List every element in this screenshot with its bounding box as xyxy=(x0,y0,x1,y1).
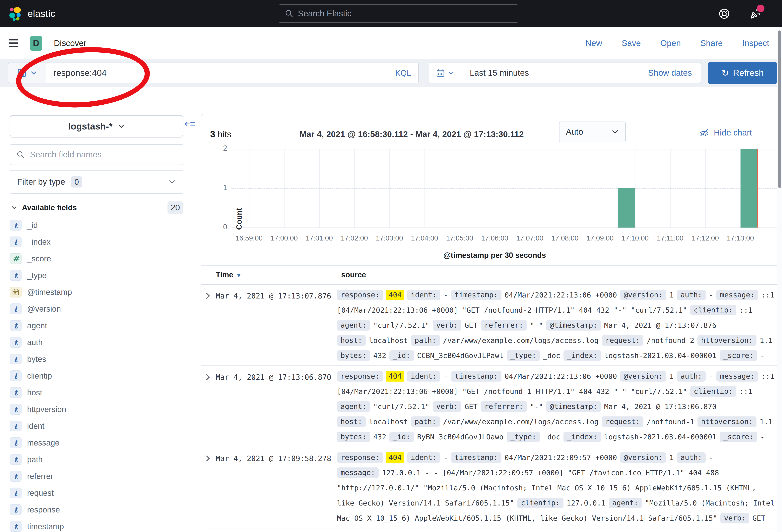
source-field-pill: agent: xyxy=(337,401,370,412)
scrollbar-thumb[interactable] xyxy=(778,31,781,188)
field-item-host[interactable]: thost xyxy=(10,384,189,401)
source-field-pill: _type: xyxy=(507,431,540,442)
global-search-input[interactable]: Search Elastic xyxy=(279,4,518,23)
source-field-pill: response: xyxy=(337,452,383,463)
calendar-icon xyxy=(436,68,445,77)
field-name: ident xyxy=(27,422,44,430)
y-gridline xyxy=(232,149,777,149)
top-menu-inspect[interactable]: Inspect xyxy=(742,38,769,48)
calendar-icon xyxy=(12,288,20,296)
doc-source-line: "http://127.0.0.1/" "Mozilla/5.0 (Macint… xyxy=(337,480,774,495)
source-field-pill: _index: xyxy=(564,431,601,442)
refresh-button[interactable]: ↻ Refresh xyxy=(708,62,777,84)
top-menu-save[interactable]: Save xyxy=(622,38,641,48)
field-item-index[interactable]: t_index xyxy=(10,233,189,250)
expand-row-icon[interactable] xyxy=(204,455,210,461)
discover-app-badge[interactable]: D xyxy=(30,36,42,51)
field-item-ident[interactable]: tident xyxy=(10,418,189,434)
field-name: _type xyxy=(27,271,47,280)
help-button[interactable] xyxy=(718,8,730,20)
field-item-type[interactable]: t_type xyxy=(10,267,189,284)
source-field-pill: path: xyxy=(411,335,440,346)
field-item-auth[interactable]: tauth xyxy=(10,334,189,351)
field-item-response[interactable]: tresponse xyxy=(10,501,189,518)
source-field-pill: response: xyxy=(337,371,383,382)
source-text: "curl/7.52.1" xyxy=(373,321,429,329)
doc-source-line: bytes:432_id:ByBN_3cB04dGovJLOawo_type:_… xyxy=(337,429,774,444)
date-quick-menu-button[interactable] xyxy=(429,63,461,83)
doc-source: response:404ident:-timestamp:04/Mar/2021… xyxy=(337,366,774,444)
doc-source-line: response:404ident:-timestamp:04/Mar/2021… xyxy=(337,369,774,384)
source-field-pill: response: xyxy=(337,290,383,300)
doc-timestamp: Mar 4, 2021 @ 17:13:06.870 xyxy=(216,373,331,382)
saved-query-icon xyxy=(17,68,27,78)
histogram-bar[interactable] xyxy=(741,149,757,228)
histogram-bar[interactable] xyxy=(618,188,635,228)
source-field-pill: auth: xyxy=(677,371,706,382)
field-item-version[interactable]: t@version xyxy=(10,301,189,317)
doc-source-line: host:localhostpath:/var/www/example.com/… xyxy=(337,414,774,429)
menu-button[interactable] xyxy=(9,39,19,47)
source-text: /var/www/example.com/logs/access.log xyxy=(443,418,599,426)
whats-new-button[interactable] xyxy=(749,8,761,20)
interval-select[interactable]: Auto xyxy=(559,121,626,142)
source-text: - xyxy=(443,291,448,299)
field-item-bytes[interactable]: tbytes xyxy=(10,351,189,368)
source-field-pill: _id: xyxy=(389,431,414,442)
source-field-pill: timestamp: xyxy=(451,290,501,300)
source-field-pill: ident: xyxy=(407,290,440,300)
field-list: t_idt_index#_scoret_type@timestampt@vers… xyxy=(10,217,189,532)
global-header: elastic Search Elastic xyxy=(0,0,782,27)
chevron-down-icon xyxy=(448,70,454,76)
field-item-timestamp[interactable]: @timestamp xyxy=(10,284,189,301)
query-language-button[interactable]: KQL xyxy=(395,69,411,77)
collapse-sidebar-button[interactable] xyxy=(185,118,196,129)
field-item-request[interactable]: trequest xyxy=(10,485,189,501)
expand-row-icon[interactable] xyxy=(204,374,210,380)
top-menu-open[interactable]: Open xyxy=(661,38,681,48)
top-menu-new[interactable]: New xyxy=(585,38,602,48)
source-text: logstash-2021.03.04-000001 xyxy=(604,351,717,359)
filter-by-type-select[interactable]: Filter by type 0 xyxy=(10,170,183,194)
available-fields-toggle[interactable]: Available fields 20 xyxy=(11,200,183,215)
field-item-referrer[interactable]: treferrer xyxy=(10,468,189,485)
hide-chart-button[interactable]: Hide chart xyxy=(699,127,752,138)
source-text: GET xyxy=(752,514,766,522)
source-text: 04/Mar/2021:22:13:06 +0000 xyxy=(505,372,617,380)
show-dates-link[interactable]: Show dates xyxy=(648,68,701,78)
field-item-clientip[interactable]: tclientip xyxy=(10,368,189,384)
elastic-logo[interactable]: elastic xyxy=(9,7,56,21)
field-item-score[interactable]: #_score xyxy=(10,250,189,267)
column-header-time[interactable]: Time▼ xyxy=(216,271,242,279)
source-field-pill: message: xyxy=(716,290,758,300)
source-field-pill: verb: xyxy=(433,401,461,412)
saved-query-menu-button[interactable] xyxy=(8,63,46,83)
refresh-icon: ↻ xyxy=(721,68,729,77)
available-fields-label: Available fields xyxy=(22,203,77,212)
page-scrollbar[interactable] xyxy=(777,27,782,532)
field-search-input[interactable]: Search field names xyxy=(10,144,183,165)
date-picker: Last 15 minutes Show dates xyxy=(429,63,701,83)
field-item-message[interactable]: tmessage xyxy=(10,434,189,451)
query-text: response:404 xyxy=(54,68,107,78)
field-name: clientip xyxy=(27,371,52,380)
field-type-string-icon: t xyxy=(10,404,22,415)
source-text: Mar 4, 2021 @ 17:13:07.876 xyxy=(604,321,717,329)
index-pattern-selector[interactable]: logstash-* xyxy=(10,115,183,138)
top-menu-share[interactable]: Share xyxy=(701,38,723,48)
field-item-id[interactable]: t_id xyxy=(10,217,189,233)
source-field-pill: _id: xyxy=(389,350,414,361)
field-item-httpversion[interactable]: thttpversion xyxy=(10,401,189,418)
field-item-timestamp[interactable]: ttimestamp xyxy=(10,518,189,532)
field-type-string-icon: t xyxy=(10,488,22,498)
field-name: host xyxy=(27,388,42,397)
field-item-path[interactable]: tpath xyxy=(10,451,189,468)
query-input[interactable]: response:404 KQL xyxy=(46,63,419,83)
field-type-string-icon: t xyxy=(10,220,22,231)
y-tick-label: 2 xyxy=(213,144,227,152)
time-range-value[interactable]: Last 15 minutes xyxy=(461,68,529,78)
field-item-agent[interactable]: tagent xyxy=(10,317,189,334)
doc-source-line: message:127.0.0.1 - - [04/Mar/2021:22:09… xyxy=(337,465,774,480)
expand-row-icon[interactable] xyxy=(204,293,210,299)
source-field-pill: verb: xyxy=(720,513,749,524)
